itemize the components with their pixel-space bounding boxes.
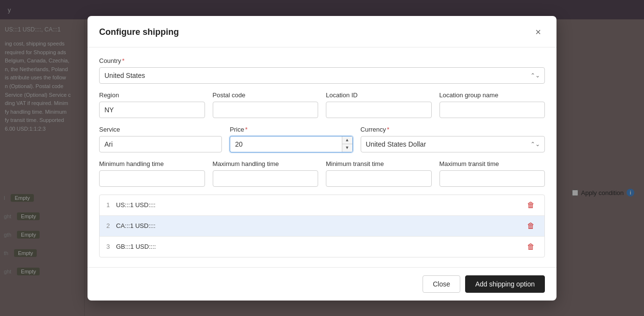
min-transit-group: Minimum transit time: [326, 160, 432, 187]
postal-code-input[interactable]: [213, 102, 319, 118]
service-price-row: Service Price* ▲ ▼: [99, 126, 545, 152]
shipping-item-num-2: 3: [106, 243, 116, 250]
country-select[interactable]: United States Canada United Kingdom: [99, 67, 545, 84]
price-input-wrapper: ▲ ▼: [230, 136, 352, 152]
currency-select-wrapper: United States Dollar Canadian Dollar Bri…: [361, 136, 545, 152]
add-shipping-button[interactable]: Add shipping option: [465, 275, 545, 293]
location-group-input[interactable]: [439, 102, 545, 118]
max-transit-label: Maximum transit time: [439, 160, 545, 167]
shipping-item-2[interactable]: 3 GB:::1 USD:::: 🗑: [100, 237, 544, 257]
modal-body: Country* United States Canada United Kin…: [88, 47, 556, 267]
modal-close-button[interactable]: ×: [531, 26, 545, 39]
region-group: Region: [99, 91, 205, 118]
max-transit-group: Maximum transit time: [439, 160, 545, 187]
min-handling-input[interactable]: [99, 170, 205, 187]
location-id-input[interactable]: [326, 102, 432, 118]
region-input[interactable]: [99, 102, 205, 118]
location-row: Region Postal code Location ID Location …: [99, 91, 545, 118]
country-group: Country* United States Canada United Kin…: [99, 57, 545, 84]
price-input[interactable]: [230, 136, 352, 152]
shipping-item-text-1: CA:::1 USD::::: [116, 222, 524, 229]
modal-footer: Close Add shipping option: [88, 267, 556, 301]
modal-header: Configure shipping ×: [88, 16, 556, 47]
min-transit-input[interactable]: [326, 170, 432, 187]
price-group: Price* ▲ ▼: [230, 126, 352, 152]
max-handling-input[interactable]: [213, 170, 319, 187]
price-spinners: ▲ ▼: [342, 136, 352, 152]
shipping-item-delete-0[interactable]: 🗑: [524, 200, 538, 211]
location-id-label: Location ID: [326, 91, 432, 99]
max-handling-group: Maximum handling time: [213, 160, 319, 187]
currency-label: Currency*: [361, 126, 545, 133]
min-transit-label: Minimum transit time: [326, 160, 432, 167]
price-spinner-down[interactable]: ▼: [342, 144, 352, 152]
service-input[interactable]: [99, 136, 222, 152]
shipping-item-text-0: US:::1 USD::::: [116, 201, 524, 209]
postal-code-group: Postal code: [213, 91, 319, 118]
shipping-item-delete-2[interactable]: 🗑: [524, 241, 538, 252]
time-row: Minimum handling time Maximum handling t…: [99, 160, 545, 187]
country-select-wrapper: United States Canada United Kingdom ⌃⌄: [99, 67, 545, 84]
close-button[interactable]: Close: [423, 275, 460, 293]
price-spinner-up[interactable]: ▲: [342, 136, 352, 145]
shipping-item-1[interactable]: 2 CA:::1 USD:::: 🗑: [100, 216, 544, 237]
shipping-item-0[interactable]: 1 US:::1 USD:::: 🗑: [100, 195, 544, 216]
currency-select[interactable]: United States Dollar Canadian Dollar Bri…: [361, 136, 545, 152]
shipping-item-num-0: 1: [106, 201, 116, 209]
location-group-label: Location group name: [439, 91, 545, 99]
country-row: Country* United States Canada United Kin…: [99, 57, 545, 84]
modal-overlay: Configure shipping × Country* United Sta…: [0, 0, 644, 316]
max-transit-input[interactable]: [439, 170, 545, 187]
min-handling-group: Minimum handling time: [99, 160, 205, 187]
configure-shipping-modal: Configure shipping × Country* United Sta…: [88, 16, 556, 301]
shipping-item-num-1: 2: [106, 222, 116, 229]
country-label: Country*: [99, 57, 545, 64]
price-label: Price*: [230, 126, 352, 133]
region-label: Region: [99, 91, 205, 99]
max-handling-label: Maximum handling time: [213, 160, 319, 167]
service-group: Service: [99, 126, 222, 152]
modal-title: Configure shipping: [99, 27, 179, 37]
shipping-item-text-2: GB:::1 USD::::: [116, 243, 524, 250]
shipping-list: 1 US:::1 USD:::: 🗑 2 CA:::1 USD:::: 🗑 3 …: [99, 195, 545, 257]
postal-code-label: Postal code: [213, 91, 319, 99]
location-id-group: Location ID: [326, 91, 432, 118]
shipping-item-delete-1[interactable]: 🗑: [524, 221, 538, 231]
currency-group: Currency* United States Dollar Canadian …: [361, 126, 545, 152]
min-handling-label: Minimum handling time: [99, 160, 205, 167]
location-group-group: Location group name: [439, 91, 545, 118]
service-label: Service: [99, 126, 222, 133]
